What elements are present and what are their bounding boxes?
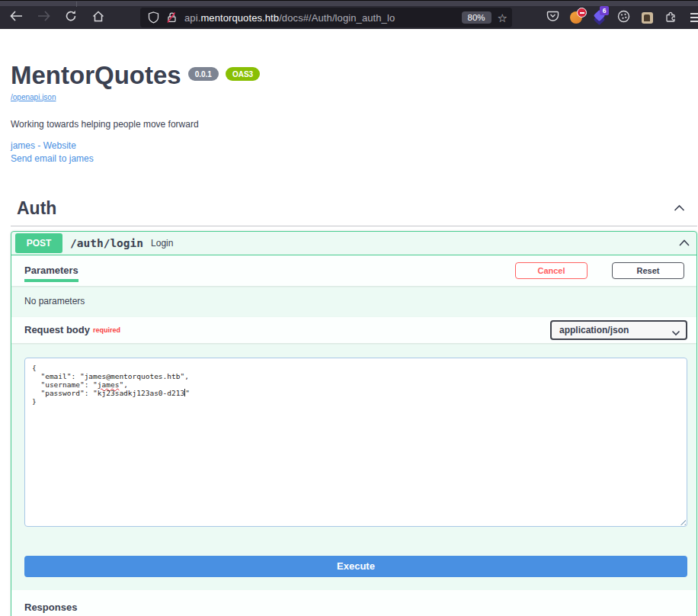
reset-button[interactable]: Reset bbox=[612, 262, 684, 279]
content-type-select[interactable]: application/json bbox=[550, 320, 687, 340]
back-button[interactable] bbox=[5, 8, 27, 27]
url-path: /docs#/Auth/login_auth_lo bbox=[279, 12, 395, 24]
post-login-opblock: POST /auth/login Login Parameters Cancel… bbox=[11, 231, 697, 616]
home-icon bbox=[92, 11, 104, 25]
oas3-badge: OAS3 bbox=[226, 67, 260, 81]
content-type-select-wrap: application/json bbox=[550, 320, 687, 340]
back-icon bbox=[10, 11, 23, 24]
url-bar[interactable]: api.mentorquotes.htb/docs#/Auth/login_au… bbox=[140, 8, 512, 27]
request-body-header: Request body required application/json bbox=[11, 317, 696, 343]
request-body-editor[interactable]: { "email": "james@mentorquotes.htb", "us… bbox=[24, 358, 687, 527]
foxyproxy-button[interactable] bbox=[569, 11, 583, 24]
openapi-spec-link[interactable]: /openapi.json bbox=[11, 93, 56, 101]
swagger-page: MentorQuotes 0.0.1 OAS3 /openapi.json Wo… bbox=[0, 63, 698, 616]
forward-icon bbox=[37, 11, 50, 24]
request-body-section: { "email": "james@mentorquotes.htb", "us… bbox=[11, 343, 696, 527]
extension-square-button[interactable] bbox=[640, 11, 654, 24]
responses-header: Responses bbox=[11, 590, 696, 616]
home-button[interactable] bbox=[87, 8, 110, 27]
tab-divider bbox=[76, 2, 77, 7]
url-text: api.mentorquotes.htb/docs#/Auth/login_au… bbox=[184, 12, 459, 24]
api-description: Working towards helping people move forw… bbox=[11, 119, 698, 130]
zoom-level-badge[interactable]: 80% bbox=[462, 11, 491, 24]
reload-icon bbox=[65, 10, 77, 25]
url-host: mentorquotes.htb bbox=[200, 12, 279, 24]
wappalyzer-count-badge: 6 bbox=[600, 6, 609, 15]
shield-icon[interactable] bbox=[148, 11, 159, 24]
wappalyzer-button[interactable]: 6 bbox=[593, 11, 607, 24]
contact-website-link[interactable]: james - Website bbox=[11, 140, 698, 151]
addons-button[interactable] bbox=[664, 11, 677, 24]
cancel-button[interactable]: Cancel bbox=[515, 262, 588, 279]
auth-tag-section: Auth bbox=[11, 198, 697, 226]
forward-button[interactable] bbox=[32, 8, 55, 27]
misspelled-username-value: james bbox=[98, 380, 120, 389]
extensions-row: 6 bbox=[546, 11, 698, 24]
endpoint-path: /auth/login bbox=[70, 237, 143, 249]
required-label: required bbox=[93, 326, 120, 334]
browser-tabstrip bbox=[0, 0, 698, 6]
json-line: } bbox=[32, 397, 680, 406]
lock-slash-icon[interactable] bbox=[166, 11, 178, 24]
json-line: { bbox=[32, 364, 680, 372]
menu-button[interactable] bbox=[689, 11, 698, 24]
version-badge: 0.0.1 bbox=[188, 67, 219, 81]
execute-wrapper: Execute bbox=[11, 527, 696, 590]
page-title: MentorQuotes bbox=[11, 63, 181, 89]
url-subdomain: api. bbox=[184, 12, 200, 24]
json-line-password: "password": "kj23sadkj123as0-d213" bbox=[32, 389, 680, 397]
json-line-email: "email": "james@mentorquotes.htb", bbox=[32, 372, 680, 380]
bookmark-star-icon[interactable]: ☆ bbox=[498, 12, 507, 24]
api-title-row: MentorQuotes 0.0.1 OAS3 bbox=[11, 63, 698, 89]
request-body-label: Request body bbox=[24, 324, 90, 335]
execute-button[interactable]: Execute bbox=[24, 556, 687, 577]
endpoint-summary[interactable]: POST /auth/login Login bbox=[11, 232, 696, 255]
responses-label: Responses bbox=[24, 602, 77, 613]
menu-icon bbox=[690, 13, 698, 14]
auth-section-header[interactable]: Auth bbox=[11, 198, 697, 226]
textarea-resize-handle[interactable] bbox=[678, 518, 686, 525]
endpoint-summary-text: Login bbox=[151, 238, 173, 249]
cookie-icon bbox=[617, 10, 630, 26]
puzzle-icon bbox=[664, 10, 677, 26]
json-line-username: "username": "james", bbox=[32, 380, 680, 389]
no-parameters-message: No parameters bbox=[11, 286, 696, 317]
password-value: kj23sadkj123as0-d213 bbox=[98, 389, 184, 397]
auth-section-title: Auth bbox=[17, 198, 56, 219]
pocket-button[interactable] bbox=[546, 11, 559, 24]
extension-square-icon bbox=[642, 12, 653, 24]
contact-email-link[interactable]: Send email to james bbox=[11, 153, 698, 164]
endpoint-collapse-chevron-up-icon[interactable] bbox=[678, 236, 690, 250]
cookie-editor-button[interactable] bbox=[616, 11, 630, 24]
tab-parameters[interactable]: Parameters bbox=[24, 265, 78, 276]
auth-collapse-chevron-up-icon[interactable] bbox=[674, 201, 685, 215]
browser-toolbar: api.mentorquotes.htb/docs#/Auth/login_au… bbox=[0, 6, 698, 29]
reload-button[interactable] bbox=[59, 8, 82, 27]
parameters-header: Parameters Cancel Reset bbox=[11, 255, 696, 286]
pocket-icon bbox=[546, 10, 559, 25]
no-entry-badge-icon bbox=[577, 8, 587, 18]
http-method-badge: POST bbox=[15, 233, 62, 253]
